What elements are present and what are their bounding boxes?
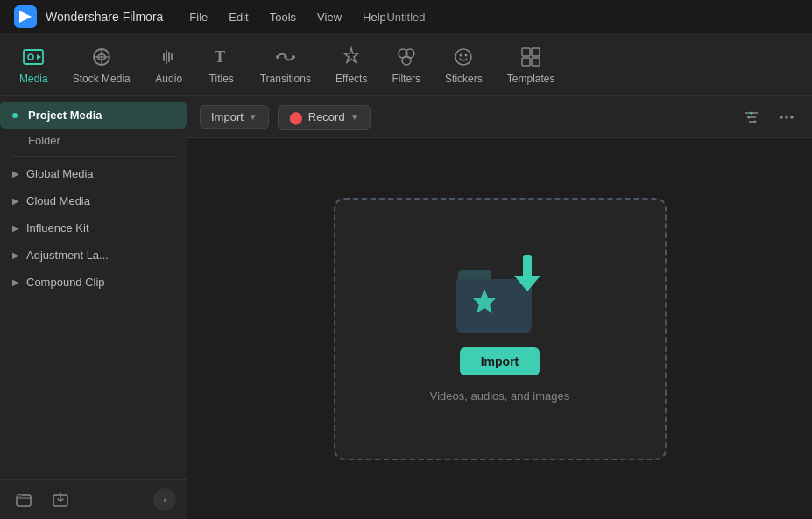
- stickers-icon: [451, 45, 476, 69]
- drop-zone-description: Videos, audios, and images: [430, 389, 569, 403]
- app-name: Wondershare Filmora: [46, 10, 163, 24]
- effects-icon: [339, 45, 364, 69]
- sidebar-item-compound-clip[interactable]: ▶ Compound Clip: [0, 269, 187, 296]
- sidebar-item-compound-clip-label: Compound Clip: [26, 276, 105, 289]
- tab-transitions[interactable]: Transitions: [248, 38, 323, 92]
- content-toolbar-right: [738, 104, 800, 130]
- drop-zone[interactable]: Import Videos, audios, and images: [334, 198, 667, 460]
- sidebar-item-adjustment-layer[interactable]: ▶ Adjustment La...: [0, 242, 187, 269]
- sidebar-item-cloud-media[interactable]: ▶ Cloud Media: [0, 187, 187, 214]
- tab-media[interactable]: Media: [7, 38, 60, 92]
- collapse-icon: ‹: [163, 494, 166, 505]
- media-icon: [21, 45, 46, 69]
- svg-rect-17: [522, 58, 530, 66]
- svg-point-27: [780, 116, 783, 119]
- menu-view[interactable]: View: [317, 11, 342, 24]
- record-dropdown-arrow: ▼: [350, 112, 359, 122]
- filters-icon: [394, 45, 419, 69]
- titles-icon: T: [209, 45, 234, 69]
- tab-audio[interactable]: Audio: [143, 38, 195, 92]
- templates-icon: [519, 45, 543, 69]
- svg-rect-16: [532, 48, 540, 56]
- sidebar-collapse-button[interactable]: ‹: [153, 488, 176, 511]
- record-label: Record: [308, 110, 345, 123]
- menu-tools[interactable]: Tools: [270, 11, 296, 24]
- svg-point-2: [28, 54, 33, 60]
- sidebar-item-adjustment-label: Adjustment La...: [26, 249, 109, 262]
- transitions-icon: [273, 45, 298, 69]
- svg-rect-15: [522, 48, 530, 56]
- content-toolbar: Import ▼ ⬤ Record ▼: [187, 96, 812, 138]
- sidebar-item-project-media-label: Project Media: [28, 109, 102, 122]
- sidebar: Project Media Folder ▶ Global Media ▶ Cl…: [0, 96, 187, 519]
- expand-arrow-influence: ▶: [12, 223, 19, 233]
- sidebar-item-global-media-label: Global Media: [26, 167, 94, 180]
- svg-point-25: [748, 116, 751, 118]
- svg-point-14: [465, 53, 468, 56]
- expand-arrow-adjustment: ▶: [12, 250, 19, 260]
- sidebar-item-global-media[interactable]: ▶ Global Media: [0, 160, 187, 187]
- title-bar-menu: File Edit Tools View Help: [189, 11, 385, 24]
- svg-point-13: [460, 53, 462, 56]
- import-button[interactable]: Import ▼: [200, 105, 269, 129]
- title-bar: Wondershare Filmora File Edit Tools View…: [0, 0, 812, 33]
- svg-rect-30: [523, 255, 532, 277]
- tab-media-label: Media: [19, 73, 48, 85]
- svg-point-24: [751, 111, 753, 114]
- sidebar-item-influence-kit[interactable]: ▶ Influence Kit: [0, 214, 187, 242]
- svg-marker-31: [514, 276, 540, 291]
- svg-point-7: [276, 55, 279, 59]
- svg-point-8: [292, 55, 295, 59]
- tab-stickers[interactable]: Stickers: [433, 38, 495, 92]
- tab-transitions-label: Transitions: [260, 73, 311, 85]
- svg-point-11: [402, 56, 411, 65]
- sidebar-item-project-media[interactable]: Project Media: [0, 102, 187, 129]
- svg-point-28: [785, 116, 788, 119]
- more-button[interactable]: [773, 104, 800, 130]
- download-arrow: [511, 255, 544, 297]
- tab-templates-label: Templates: [507, 73, 555, 85]
- record-icon: ⬤: [289, 110, 303, 124]
- audio-icon: [157, 45, 181, 69]
- drop-zone-icon: [456, 255, 544, 333]
- tab-stock-media[interactable]: Stock Media: [60, 38, 143, 92]
- expand-arrow-cloud: ▶: [12, 196, 19, 206]
- new-folder-button[interactable]: [11, 487, 37, 513]
- tab-templates[interactable]: Templates: [495, 38, 568, 92]
- title-bar-left: Wondershare Filmora File Edit Tools View…: [14, 5, 386, 28]
- app-logo: [14, 5, 37, 28]
- window-title: Untitled: [386, 11, 425, 24]
- sidebar-footer: ‹: [0, 479, 187, 519]
- import-dropdown-arrow: ▼: [249, 112, 258, 122]
- tab-titles[interactable]: T Titles: [195, 38, 248, 92]
- folder-label: Folder: [28, 134, 60, 147]
- sidebar-subitem-folder[interactable]: Folder: [0, 129, 187, 152]
- filter-button[interactable]: [738, 104, 765, 130]
- content-area: Import ▼ ⬤ Record ▼: [187, 96, 812, 519]
- import-footer-button[interactable]: [47, 487, 74, 513]
- tab-titles-label: Titles: [209, 73, 234, 85]
- drop-zone-container: Import Videos, audios, and images: [187, 138, 812, 519]
- svg-rect-18: [532, 58, 540, 66]
- tab-effects-label: Effects: [335, 73, 367, 85]
- menu-edit[interactable]: Edit: [229, 11, 248, 24]
- stock-media-icon: [89, 45, 114, 69]
- record-button[interactable]: ⬤ Record ▼: [278, 105, 371, 130]
- svg-point-12: [455, 49, 471, 65]
- import-label: Import: [211, 110, 244, 123]
- menu-help[interactable]: Help: [363, 11, 386, 24]
- svg-point-29: [790, 116, 794, 119]
- expand-arrow-compound: ▶: [12, 277, 19, 287]
- sidebar-item-influence-kit-label: Influence Kit: [26, 221, 89, 235]
- svg-text:T: T: [215, 48, 225, 66]
- toolbar: Media Stock Media Audio T Titles: [0, 33, 812, 96]
- tab-effects[interactable]: Effects: [323, 38, 379, 92]
- tab-stock-label: Stock Media: [73, 73, 131, 85]
- sidebar-content: Project Media Folder ▶ Global Media ▶ Cl…: [0, 96, 187, 479]
- tab-filters[interactable]: Filters: [379, 38, 433, 92]
- sidebar-divider-1: [11, 156, 176, 157]
- import-btn[interactable]: Import: [460, 347, 540, 375]
- active-indicator: [12, 113, 18, 118]
- tab-filters-label: Filters: [392, 73, 420, 85]
- menu-file[interactable]: File: [189, 11, 208, 24]
